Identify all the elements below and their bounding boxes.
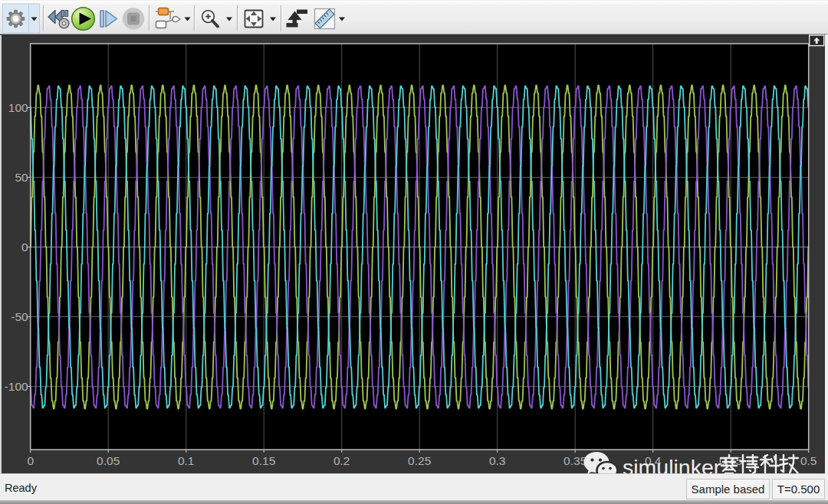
svg-text:-100: -100	[5, 380, 28, 393]
svg-text:0.25: 0.25	[408, 454, 431, 467]
svg-text:0.1: 0.1	[178, 454, 195, 467]
svg-text:0.2: 0.2	[334, 454, 350, 467]
svg-text:50: 50	[15, 171, 28, 184]
svg-text:0.3: 0.3	[489, 454, 506, 467]
svg-text:0: 0	[21, 241, 28, 254]
svg-text:0: 0	[27, 454, 34, 467]
svg-text:100: 100	[8, 101, 28, 114]
svg-text:0.05: 0.05	[97, 454, 120, 467]
svg-text:-50: -50	[11, 310, 28, 323]
svg-text:0.15: 0.15	[252, 454, 275, 467]
